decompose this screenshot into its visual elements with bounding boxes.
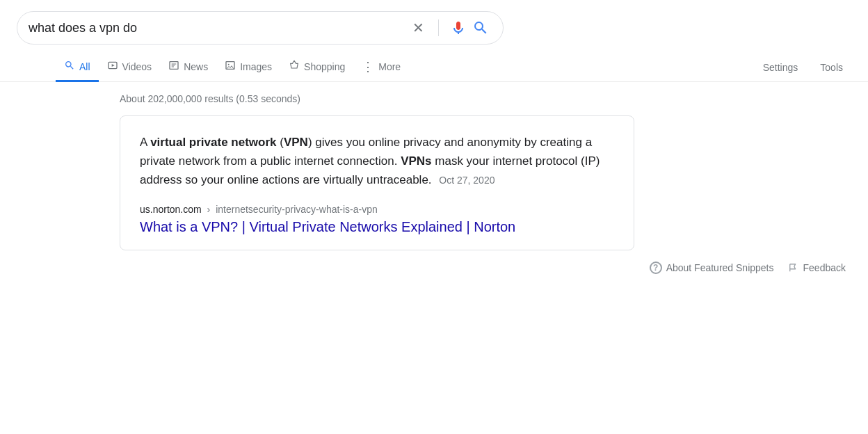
- search-input[interactable]: [29, 21, 407, 35]
- search-icon: [472, 19, 489, 36]
- results-info: About 202,000,000 results (0.53 seconds): [0, 82, 868, 110]
- snippet-bold-3: VPNs: [401, 154, 431, 168]
- tab-all-label: All: [79, 61, 90, 72]
- svg-point-7: [228, 64, 230, 65]
- feedback-link[interactable]: Feedback: [788, 262, 846, 273]
- search-box: ✕: [17, 11, 504, 45]
- feedback-flag-icon: [788, 263, 799, 273]
- tab-shopping-icon: [289, 60, 300, 73]
- clear-search-button[interactable]: ✕: [407, 19, 430, 36]
- tab-news-icon: [168, 60, 179, 73]
- snippet-separator: ›: [207, 204, 214, 215]
- tab-news[interactable]: News: [160, 53, 216, 82]
- bottom-bar: ? About Featured Snippets Feedback: [0, 256, 868, 280]
- tab-images[interactable]: Images: [216, 53, 280, 82]
- tab-all[interactable]: All: [56, 53, 99, 82]
- tab-shopping[interactable]: Shopping: [280, 53, 353, 82]
- tab-news-label: News: [184, 61, 208, 72]
- settings-link[interactable]: Settings: [755, 55, 807, 80]
- svg-marker-1: [111, 64, 114, 67]
- tab-videos-icon: [107, 60, 118, 73]
- microphone-icon: [450, 19, 467, 36]
- about-featured-snippets-link[interactable]: ? About Featured Snippets: [650, 262, 774, 274]
- snippet-bold-1: virtual private network: [150, 136, 276, 149]
- snippet-source-url: us.norton.com › internetsecurity-privacy…: [140, 204, 614, 215]
- nav-tabs: All Videos News Images Shopping: [0, 47, 868, 82]
- tab-more-icon: ⋮: [362, 61, 374, 73]
- clear-icon: ✕: [412, 19, 424, 36]
- snippet-path: internetsecurity-privacy-what-is-a-vpn: [216, 204, 378, 215]
- search-divider: [438, 19, 439, 36]
- tab-shopping-label: Shopping: [304, 61, 345, 72]
- tab-more-label: More: [378, 61, 401, 72]
- snippet-domain: us.norton.com: [140, 204, 202, 215]
- tab-more[interactable]: ⋮ More: [353, 54, 409, 82]
- voice-search-button[interactable]: [447, 19, 469, 36]
- tab-images-icon: [225, 60, 236, 73]
- feedback-label: Feedback: [803, 262, 846, 273]
- page-wrapper: ✕ All: [0, 0, 868, 434]
- tab-videos-label: Videos: [122, 61, 152, 72]
- tab-all-icon: [64, 60, 75, 73]
- nav-right: Settings Tools: [755, 55, 851, 80]
- tab-videos[interactable]: Videos: [99, 53, 161, 82]
- snippet-title-link[interactable]: What is a VPN? | Virtual Private Network…: [140, 219, 515, 234]
- snippet-text: A virtual private network (VPN) gives yo…: [140, 133, 614, 190]
- snippet-bold-2: VPN: [284, 136, 308, 149]
- question-icon: ?: [650, 262, 662, 274]
- about-featured-snippets-label: About Featured Snippets: [666, 262, 774, 273]
- snippet-date: Oct 27, 2020: [439, 175, 495, 186]
- tab-images-label: Images: [240, 61, 272, 72]
- tools-link[interactable]: Tools: [812, 55, 851, 80]
- search-bar-area: ✕: [0, 0, 868, 45]
- search-submit-button[interactable]: [469, 19, 492, 36]
- featured-snippet-card: A virtual private network (VPN) gives yo…: [120, 115, 634, 250]
